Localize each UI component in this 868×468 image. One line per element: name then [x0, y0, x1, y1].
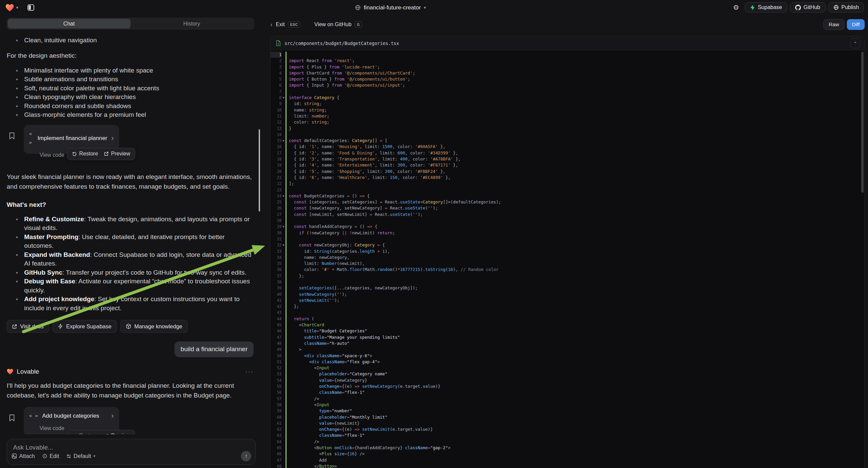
fold-spacer: [281, 297, 285, 303]
chevron-right-icon[interactable]: ›: [112, 413, 114, 419]
collapse-file-button[interactable]: ⌃: [850, 38, 860, 48]
publish-button[interactable]: Publish: [829, 2, 864, 12]
list-item: Glass-morphic elements for a premium fee…: [7, 111, 254, 119]
esc-key-badge: ESC: [288, 22, 300, 28]
code-line: 32▼ const newCategoryObj: Category = {: [271, 242, 864, 248]
code-line: 5import { Button } from '@/components/ui…: [271, 76, 864, 82]
chat-history-tabs: Chat History: [7, 18, 254, 30]
visit-docs-button[interactable]: Visit docs: [7, 320, 49, 333]
preview-button[interactable]: Preview: [104, 431, 130, 434]
code-line: 43: [271, 310, 864, 316]
diff-toggle-button[interactable]: Diff: [847, 19, 865, 30]
file-header[interactable]: src/components/budget/BudgetCategories.t…: [271, 36, 864, 50]
code-line: 50 <div className="space-y-6">: [271, 353, 864, 359]
code-line: 62 onChange={(e) => setNewLimit(e.target…: [271, 427, 864, 432]
code-line: 44 return (: [271, 316, 864, 322]
code-body[interactable]: 12import React from 'react';3import { Pl…: [271, 51, 864, 468]
chevron-left-icon[interactable]: ‹: [271, 21, 273, 28]
supabase-button[interactable]: Supabase: [745, 2, 787, 12]
code-icon: < >: [29, 129, 34, 147]
quick-actions-row: Visit docs Explore Supabase Manage knowl…: [7, 320, 254, 333]
code-line: 63 className="flex-1": [271, 432, 864, 438]
list-item: Soft, neutral color palette with light b…: [7, 84, 254, 93]
preview-button[interactable]: Preview: [104, 149, 130, 158]
code-line: 37 };: [271, 273, 864, 279]
sidebar-toggle-button[interactable]: [25, 2, 37, 13]
send-button[interactable]: ↑: [241, 451, 251, 461]
fold-chevron-icon[interactable]: ▼: [281, 242, 285, 248]
bookmark-icon[interactable]: [9, 414, 15, 421]
fold-spacer: [281, 359, 285, 365]
github-button[interactable]: GitHub: [790, 2, 826, 12]
fold-chevron-icon[interactable]: ▼: [281, 138, 285, 144]
code-line: 16 { id: '1', name: 'Housing', limit: 15…: [271, 144, 864, 150]
fold-spacer: [281, 144, 285, 150]
sliders-icon: [66, 454, 71, 459]
fold-spacer: [281, 389, 285, 396]
code-line: 67 Add: [271, 457, 864, 463]
fold-spacer: [281, 396, 285, 402]
exit-button[interactable]: Exit ESC: [276, 22, 300, 28]
view-on-github-button[interactable]: View on GitHub G: [314, 22, 362, 28]
manage-knowledge-button[interactable]: Manage knowledge: [120, 320, 188, 333]
chat-message-list[interactable]: Clean, intuitive navigation For the desi…: [0, 31, 261, 434]
code-line: 30 if (!newCategory || !newLimit) return…: [271, 230, 864, 236]
bookmark-icon[interactable]: [9, 132, 15, 139]
project-selector[interactable]: financial-future-creator ▾: [355, 0, 426, 15]
fold-spacer: [281, 353, 285, 359]
code-line: 68 </Button>: [271, 463, 864, 468]
fold-chevron-icon[interactable]: ▼: [281, 95, 285, 101]
assistant-name: Lovable: [17, 367, 39, 376]
explore-supabase-button[interactable]: Explore Supabase: [53, 320, 117, 333]
code-line: 47 subtitle="Manage your spending limits…: [271, 334, 864, 341]
tab-chat[interactable]: Chat: [8, 19, 130, 29]
restore-button[interactable]: Restore: [72, 431, 98, 434]
chat-composer[interactable]: Ask Lovable... Attach Edit Default ▾ ↑: [7, 439, 256, 465]
settings-gear-button[interactable]: ⚙: [731, 2, 742, 12]
code-scrollbar[interactable]: [861, 52, 864, 193]
fold-spacer: [281, 162, 285, 168]
attach-button[interactable]: Attach: [12, 453, 35, 459]
code-line: 6import { Input } from '@/components/ui/…: [271, 82, 864, 88]
supabase-bolt-icon: [750, 5, 755, 10]
chat-scrollbar[interactable]: [259, 129, 260, 211]
chevron-down-icon[interactable]: ▾: [16, 5, 19, 10]
fold-spacer: [281, 316, 285, 322]
code-line: 18 { id: '3', name: 'Transportation', li…: [271, 156, 864, 162]
external-link-icon: [104, 151, 109, 156]
lovable-logo-icon[interactable]: [5, 4, 14, 12]
code-line: 22];: [271, 181, 864, 187]
restore-button[interactable]: Restore: [72, 149, 98, 158]
mode-selector[interactable]: Default ▾: [66, 453, 95, 459]
code-line: 46 title="Budget Categories": [271, 328, 864, 334]
code-line: 2import React from 'react';: [271, 58, 864, 64]
file-added-icon: [276, 40, 281, 46]
code-line: 66 <Plus size={16} />: [271, 451, 864, 457]
code-line: 57 />: [271, 396, 864, 402]
code-viewer: ‹ Exit ESC View on GitHub G Raw Diff src…: [266, 15, 868, 468]
list-item: Clean, intuitive navigation: [7, 36, 254, 45]
edit-button[interactable]: Edit: [42, 453, 59, 459]
tab-history[interactable]: History: [130, 19, 253, 29]
fold-chevron-icon[interactable]: ▼: [281, 193, 285, 199]
list-item: Clean typography with clear hierarchies: [7, 93, 254, 102]
fold-spacer: [281, 303, 285, 310]
restore-icon: [72, 434, 77, 435]
message-options-button[interactable]: ···: [245, 367, 254, 376]
fold-spacer: [281, 439, 285, 445]
code-line: 42 };: [271, 303, 864, 310]
whats-next-heading: What's next?: [7, 200, 254, 209]
chevron-right-icon[interactable]: ›: [112, 136, 114, 141]
fold-spacer: [281, 156, 285, 162]
chat-input[interactable]: Ask Lovable...: [13, 444, 250, 451]
target-icon: [42, 454, 47, 459]
fold-spacer: [281, 175, 285, 181]
code-line: 53 placeholder="Category name": [271, 371, 864, 377]
code-line: 13}: [271, 125, 864, 131]
fold-spacer: [281, 402, 285, 408]
chat-panel: Chat History Clean, intuitive navigation…: [0, 15, 261, 468]
fold-spacer: [281, 445, 285, 451]
fold-chevron-icon[interactable]: ▼: [281, 224, 285, 230]
fold-spacer: [281, 52, 285, 58]
raw-toggle-button[interactable]: Raw: [824, 19, 844, 30]
